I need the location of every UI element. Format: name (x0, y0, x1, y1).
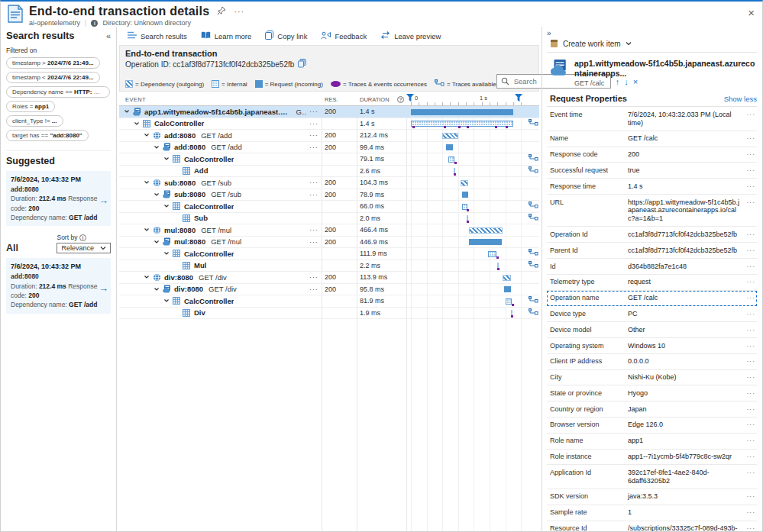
property-more-icon[interactable]: ··· (745, 134, 757, 142)
trace-available-icon[interactable] (529, 166, 538, 176)
row-more-icon[interactable]: ··· (309, 191, 322, 198)
tree-row[interactable]: sub:8080GET /sub···20078.9 ms (119, 189, 539, 202)
property-row[interactable]: Application Id392c17ef-8fe1-4ae2-840d-6d… (547, 465, 757, 489)
property-more-icon[interactable]: ··· (745, 150, 757, 158)
property-row[interactable]: Operating systemWindows 10··· (547, 338, 757, 354)
timeline-bar-internal[interactable] (448, 156, 454, 163)
property-more-icon[interactable]: ··· (745, 405, 757, 413)
show-less-link[interactable]: Show less (724, 95, 757, 103)
property-more-icon[interactable]: ··· (745, 437, 757, 444)
tree-row[interactable]: Div1.9 ms (119, 308, 539, 320)
row-more-icon[interactable]: ··· (309, 273, 322, 281)
timeline-bar-dependency[interactable] (461, 180, 468, 186)
timeline-bar-internal[interactable] (506, 298, 512, 305)
property-more-icon[interactable]: ··· (745, 111, 757, 118)
timeline-bar-internal[interactable] (411, 121, 512, 127)
tree-row[interactable]: add:8080GET /add···200212.4 ms (119, 130, 539, 142)
row-more-icon[interactable]: ··· (309, 131, 322, 139)
chevron-down-icon[interactable] (144, 179, 150, 185)
tree-row[interactable]: CalcController79.1 ms (119, 153, 539, 166)
trace-available-icon[interactable] (529, 261, 538, 270)
trace-available-icon[interactable] (529, 202, 538, 211)
collapse-sidebar-icon[interactable]: « (106, 31, 111, 40)
property-row[interactable]: NameGET /calc··· (547, 131, 757, 147)
timeline-bar-request[interactable] (462, 192, 468, 198)
chevron-down-icon[interactable] (154, 144, 160, 150)
property-more-icon[interactable]: ··· (745, 524, 757, 531)
property-row[interactable]: Successful requesttrue··· (547, 163, 757, 179)
filter-pill[interactable]: Dependency name == HTTP: GET add... (6, 86, 110, 98)
property-row[interactable]: Response time1.4 s··· (547, 179, 757, 195)
chevron-down-icon[interactable] (163, 298, 170, 304)
open-result-arrow-icon[interactable]: → (99, 194, 108, 208)
toolbar-item-feedback[interactable]: Feedback (321, 31, 367, 41)
row-more-icon[interactable]: ··· (309, 143, 322, 151)
property-row[interactable]: Parent Idcc1af3f8d7713fcf0f42dcb325be52f… (547, 243, 757, 259)
create-work-item-button[interactable]: Create work item (547, 39, 757, 48)
property-row[interactable]: SDK versionjava:3.5.3··· (547, 489, 757, 505)
tree-row[interactable]: mul:8080GET /mul···200446.9 ms (119, 237, 539, 249)
tree-row[interactable]: div:8080GET /div···20095.8 ms (119, 284, 539, 296)
property-row[interactable]: URLhttps://app1.wittymeadow-5f1c4b5b.jap… (547, 195, 757, 227)
property-more-icon[interactable]: ··· (745, 326, 757, 334)
tree-row[interactable]: mul:8080GET /mul···200466.4 ms (119, 224, 539, 237)
row-more-icon[interactable]: ··· (309, 285, 322, 293)
open-result-arrow-icon[interactable]: → (99, 282, 108, 296)
title-more-icon[interactable]: ··· (234, 7, 244, 16)
chevron-down-icon[interactable] (154, 239, 160, 245)
row-more-icon[interactable]: ··· (309, 120, 322, 127)
timeline-bar-dependency[interactable] (442, 133, 457, 139)
tree-row[interactable]: add:8080GET /add···20099.4 ms (119, 142, 539, 154)
timeline-bar-request[interactable] (411, 109, 513, 115)
property-row[interactable]: Response code200··· (547, 147, 757, 163)
property-row[interactable]: Telemetry typerequest··· (547, 275, 757, 291)
tree-row[interactable]: CalcController81.9 ms (119, 295, 539, 308)
property-more-icon[interactable]: ··· (745, 263, 757, 270)
filter-pill[interactable]: timestamp > 2024/7/6 21:49... (6, 57, 100, 69)
property-row[interactable]: CityNishi-Ku (Kobe)··· (547, 370, 757, 386)
trace-available-icon[interactable] (529, 308, 538, 318)
property-row[interactable]: Country or regionJapan··· (547, 401, 757, 418)
chevron-down-icon[interactable] (163, 156, 170, 162)
toolbar-item-learn-more[interactable]: Learn more (201, 31, 252, 41)
chevron-down-icon[interactable] (154, 192, 160, 198)
property-row[interactable]: Role nameapp1··· (547, 434, 757, 450)
trace-available-icon[interactable] (529, 154, 538, 163)
filter-pill[interactable]: target has == "add:8080" (6, 130, 89, 141)
property-row[interactable]: Device modelOther··· (547, 322, 757, 338)
close-icon[interactable]: × (748, 8, 755, 18)
chevron-down-icon[interactable] (154, 286, 160, 292)
timeline-bar-dependency[interactable] (503, 275, 511, 281)
trace-available-icon[interactable] (529, 249, 538, 258)
search-result-card[interactable]: 7/6/2024, 10:43:32 PMadd:8080Duration: 2… (6, 171, 111, 226)
property-more-icon[interactable]: ··· (745, 469, 757, 476)
tree-row[interactable]: sub:8080GET /sub···200104.3 ms (119, 177, 539, 189)
property-more-icon[interactable]: ··· (745, 278, 757, 285)
trace-available-icon[interactable] (529, 119, 538, 128)
chevron-down-icon[interactable] (144, 132, 150, 138)
sort-select[interactable]: Relevance (57, 243, 111, 253)
property-row[interactable]: Client IP address0.0.0.0··· (547, 354, 757, 370)
property-more-icon[interactable]: ··· (745, 342, 757, 350)
property-more-icon[interactable]: ··· (745, 508, 757, 516)
filter-pill[interactable]: Roles = app1 (6, 101, 55, 112)
tree-row[interactable]: Sub2.0 ms (119, 213, 539, 225)
property-more-icon[interactable]: ··· (745, 492, 757, 500)
tree-row[interactable]: app1.wittymeadow-5f1c4b5b.japaneast.azur… (119, 106, 539, 118)
property-row[interactable]: Operation nameGET /calc··· (547, 291, 757, 307)
row-more-icon[interactable]: ··· (309, 108, 322, 115)
search-result-card[interactable]: 7/6/2024, 10:43:32 PMadd:8080Duration: 2… (6, 258, 111, 313)
chevron-down-icon[interactable] (163, 250, 170, 256)
filter-pill[interactable]: client_Type != ... (6, 115, 63, 127)
tree-row[interactable]: CalcController111.9 ms (119, 248, 539, 260)
tree-row[interactable]: CalcController66.0 ms (119, 201, 539, 213)
trace-available-icon[interactable] (529, 296, 538, 305)
chevron-down-icon[interactable] (144, 227, 150, 233)
tree-row[interactable]: CalcController···1.4 s (119, 118, 539, 131)
pin-icon[interactable] (217, 5, 226, 18)
property-more-icon[interactable]: ··· (745, 247, 757, 254)
chevron-down-icon[interactable] (124, 108, 130, 114)
collapse-details-icon[interactable]: » (547, 29, 556, 37)
tree-row[interactable]: div:8080GET /div···200113.9 ms (119, 272, 539, 284)
property-more-icon[interactable]: ··· (745, 389, 757, 397)
